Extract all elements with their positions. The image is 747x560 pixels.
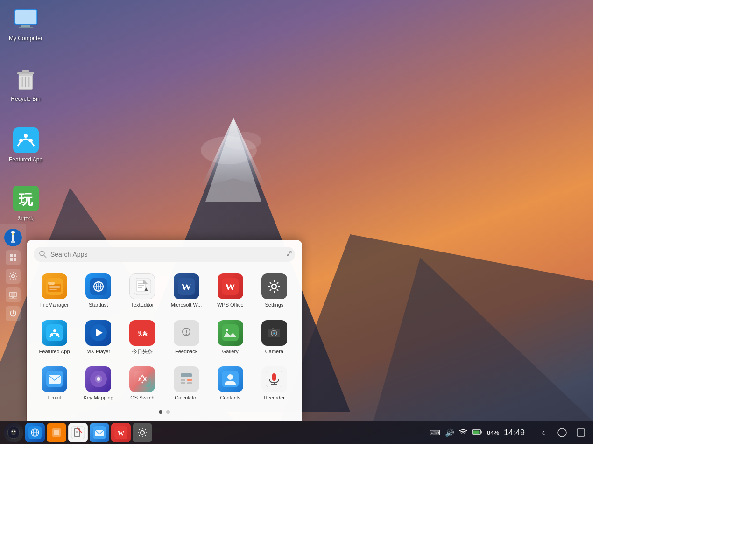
email-label: Email [48,395,61,401]
app-item-settings[interactable]: Settings [254,269,295,313]
calculator-icon [174,366,199,392]
ms-word-label: Microsoft W... [171,302,202,308]
ms-word-icon: W [174,273,199,299]
app-item-wps-office[interactable]: W WPS Office [210,269,251,313]
sidebar-power-button[interactable] [6,306,21,321]
app-item-contacts[interactable]: Contacts [210,362,251,406]
app-item-recorder[interactable]: Recorder [254,362,295,406]
app-item-os-switch[interactable]: OS Switch [121,362,163,406]
svg-line-40 [44,255,46,258]
contacts-label: Contacts [220,395,240,401]
svg-text:W: W [225,281,235,293]
wifi-tray-icon[interactable] [459,428,467,437]
svg-point-7 [224,132,261,150]
taskbar-settings[interactable] [133,423,152,442]
app-item-calculator[interactable]: Calculator [165,362,207,406]
svg-point-89 [97,377,100,381]
taskbar: W ⌨ 🔊 [0,421,593,444]
recycle-bin-label: Recycle Bin [11,96,40,102]
apps-grid: FileManager Stardust TextEditor W Micros… [34,269,295,406]
stardust-label: Stardust [89,302,108,308]
os-switch-icon [129,366,155,392]
search-input[interactable] [50,251,289,258]
app-item-file-manager[interactable]: FileManager [34,269,75,313]
svg-point-66 [53,329,56,332]
app-item-key-mapping[interactable]: Key Mapping [78,362,119,406]
expand-button[interactable]: ⤢ [286,248,293,259]
svg-rect-90 [134,371,151,387]
app-item-featured-app[interactable]: Featured App [34,315,75,359]
svg-rect-33 [14,258,16,261]
recorder-icon [261,366,287,392]
user-avatar[interactable] [4,229,22,246]
sidebar-device-button[interactable] [6,287,21,302]
volume-tray-icon[interactable]: 🔊 [445,428,454,437]
app-item-ms-word[interactable]: W Microsoft W... [165,269,207,313]
svg-rect-9 [15,10,36,24]
svg-rect-95 [181,382,185,384]
file-manager-icon [42,273,67,299]
app-item-email[interactable]: Email [34,362,75,406]
feedback-icon [174,320,199,346]
wps-office-label: WPS Office [217,302,244,308]
app-item-gallery[interactable]: Gallery [210,315,251,359]
app-item-toutiao[interactable]: 头条 今日头条 [121,315,163,359]
svg-rect-45 [49,287,60,288]
svg-rect-93 [181,379,185,381]
pagination [34,410,295,414]
featured-app-label: Featured App [9,156,42,163]
svg-rect-15 [22,70,29,73]
app-item-text-editor[interactable]: TextEditor [121,269,163,313]
svg-point-83 [274,333,275,334]
taskbar-orange-app[interactable] [47,423,66,442]
page-dot-2[interactable] [166,410,170,414]
desktop-icon-mycomputer[interactable]: My Computer [5,5,47,42]
svg-rect-100 [272,373,276,381]
mx-player-icon [85,320,111,346]
home-button[interactable] [554,424,571,441]
svg-rect-94 [187,379,192,381]
svg-rect-96 [187,382,192,384]
svg-rect-28 [11,241,15,243]
sidebar-settings-button[interactable] [6,269,21,284]
page-dot-1[interactable] [159,410,162,414]
taskbar-email[interactable] [90,423,109,442]
svg-point-21 [24,134,28,138]
taskbar-ninja[interactable] [4,423,23,442]
desktop-icon-recycle[interactable]: Recycle Bin [5,65,47,102]
app-item-feedback[interactable]: Feedback [165,315,207,359]
svg-rect-128 [473,431,479,434]
taskbar-note[interactable] [68,423,88,442]
app-item-mx-player[interactable]: MX Player [78,315,119,359]
recycle-bin-icon [12,65,40,93]
svg-rect-92 [181,373,192,377]
back-button[interactable]: ‹ [535,424,552,441]
game-label: 玩什么 [18,215,34,222]
mx-player-label: MX Player [86,349,110,355]
my-computer-icon [12,5,40,33]
key-mapping-icon [85,366,111,392]
recents-button[interactable] [572,424,589,441]
key-mapping-label: Key Mapping [84,395,113,401]
app-item-stardust[interactable]: Stardust [78,269,119,313]
svg-rect-130 [577,429,585,436]
svg-rect-37 [12,297,14,298]
feedback-label: Feedback [175,349,197,355]
search-bar[interactable] [34,247,295,262]
svg-rect-31 [14,254,16,257]
svg-point-104 [11,429,16,434]
svg-rect-30 [10,254,13,257]
taskbar-browser[interactable] [25,423,45,442]
system-clock: 14:49 [504,428,529,438]
desktop-icon-featured-app[interactable]: Featured App [5,126,47,163]
svg-point-98 [227,374,233,380]
taskbar-wps[interactable]: W [111,423,131,442]
svg-text:头条: 头条 [137,331,148,336]
sidebar-window-button[interactable] [6,250,21,265]
featured-app-label: Featured App [39,349,70,355]
keyboard-tray-icon[interactable]: ⌨ [430,428,440,437]
desktop-icon-game[interactable]: 玩 玩什么 [5,184,47,222]
app-item-camera[interactable]: Camera [254,315,295,359]
svg-point-39 [40,251,44,256]
svg-text:W: W [181,281,191,293]
